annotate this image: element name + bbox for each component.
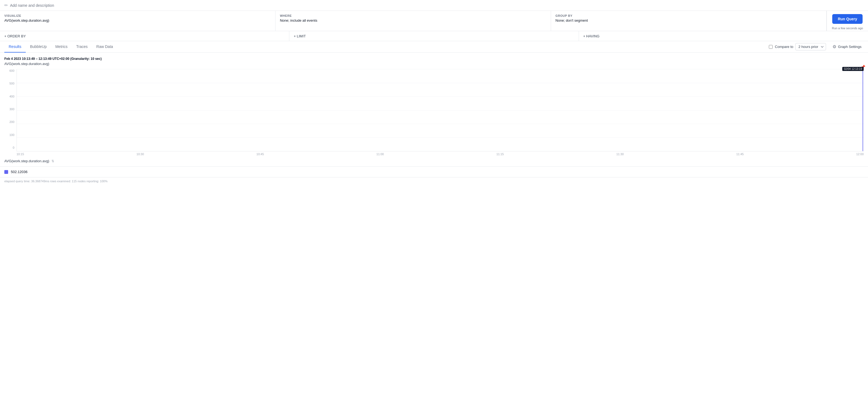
x-label-1030: 10:30 — [136, 153, 144, 156]
grid-line-200 — [17, 124, 864, 124]
data-rows: 502.12036 — [0, 166, 868, 178]
sort-icon[interactable]: ⇅ — [52, 159, 54, 163]
tab-results[interactable]: Results — [4, 41, 26, 53]
y-label-500: 500 — [9, 82, 14, 85]
having-option: + HAVING — [579, 31, 868, 41]
tabs-controls: Compare to 2 hours prior 1 hour prior 1 … — [769, 42, 864, 51]
spike-line — [863, 69, 863, 151]
group-by-label: GROUP BY — [555, 14, 822, 17]
x-axis-labels: 10:15 10:30 10:45 11:00 11:15 11:30 11:4… — [17, 151, 864, 156]
tabs-bar: Results BubbleUp Metrics Traces Raw Data… — [0, 41, 868, 53]
graph-settings-button[interactable]: ⚙ Graph Settings — [830, 42, 864, 51]
tab-traces[interactable]: Traces — [72, 41, 92, 53]
x-label-1130: 11:30 — [616, 153, 624, 156]
tab-bubbleup[interactable]: BubbleUp — [26, 41, 51, 53]
query-options: + ORDER BY + LIMIT + HAVING — [0, 31, 868, 41]
spike-tooltip: 02/04 12:13:19 — [842, 67, 864, 71]
edit-icon: ✏ — [4, 3, 8, 8]
limit-link[interactable]: + LIMIT — [294, 34, 306, 38]
chart-container: Feb 4 2023 10:13:49 – 12:13:49 UTC+02:00… — [0, 53, 868, 156]
x-label-1115: 11:15 — [496, 153, 504, 156]
x-label-1100: 11:00 — [376, 153, 384, 156]
where-value[interactable]: None; include all events — [280, 19, 547, 23]
x-label-1045: 10:45 — [256, 153, 264, 156]
data-color-swatch — [4, 170, 8, 174]
query-builder: VISUALIZE AVG(work.step.duration.avg) WH… — [0, 11, 868, 31]
y-label-300: 300 — [9, 107, 14, 111]
more-options-button[interactable]: ⋯ — [832, 14, 841, 22]
group-by-section: GROUP BY None; don't segment — [551, 11, 827, 31]
where-section: WHERE None; include all events — [276, 11, 551, 31]
grid-line-600 — [17, 69, 864, 69]
data-row: 502.12036 — [4, 169, 864, 175]
tabs-list: Results BubbleUp Metrics Traces Raw Data — [4, 41, 769, 52]
group-by-value[interactable]: None; don't segment — [555, 19, 822, 23]
compare-to-select[interactable]: 2 hours prior 1 hour prior 1 day prior 1… — [796, 43, 826, 51]
graph-settings-label: Graph Settings — [838, 45, 862, 49]
run-query-time: Run a few seconds ago — [832, 27, 863, 30]
y-label-200: 200 — [9, 120, 14, 124]
chart-date-range: Feb 4 2023 10:13:49 – 12:13:49 UTC+02:00… — [4, 57, 864, 61]
grid-line-500 — [17, 83, 864, 83]
y-label-400: 400 — [9, 95, 14, 98]
order-by-option: + ORDER BY — [0, 31, 289, 41]
grid-line-400 — [17, 96, 864, 97]
footer-bar: elapsed query time: 36.368749ms rows exa… — [0, 178, 868, 185]
add-name-label[interactable]: Add name and description — [10, 3, 54, 8]
grid-line-300 — [17, 110, 864, 110]
compare-to-checkbox[interactable] — [769, 45, 773, 49]
compare-to-label: Compare to — [775, 45, 793, 49]
chart-plot-wrapper: 📌 02/04 12:13:19 10:15 10:30 10:45 11:00… — [17, 69, 864, 156]
y-label-100: 100 — [9, 133, 14, 136]
chart-y-axis: 600 500 400 300 200 100 0 — [4, 69, 17, 156]
tab-metrics[interactable]: Metrics — [51, 41, 72, 53]
limit-option: + LIMIT — [289, 31, 579, 41]
top-bar: ✏ Add name and description — [0, 0, 868, 11]
legend-metric: AVG(work.step.duration.avg) — [4, 159, 49, 163]
data-value: 502.12036 — [11, 170, 27, 174]
gear-icon: ⚙ — [833, 44, 836, 49]
chart-plot[interactable]: 📌 02/04 12:13:19 — [17, 69, 864, 151]
chart-area: 600 500 400 300 200 100 0 📌 02/04 12:13:… — [4, 69, 864, 156]
x-label-1200: 12:00 — [856, 153, 864, 156]
visualize-value[interactable]: AVG(work.step.duration.avg) — [4, 19, 271, 23]
compare-to-wrapper: Compare to 2 hours prior 1 hour prior 1 … — [769, 43, 826, 51]
tab-raw-data[interactable]: Raw Data — [92, 41, 117, 53]
y-label-0: 0 — [13, 146, 14, 149]
visualize-label: VISUALIZE — [4, 14, 271, 17]
order-by-link[interactable]: + ORDER BY — [4, 34, 26, 38]
having-link[interactable]: + HAVING — [583, 34, 599, 38]
footer-text: elapsed query time: 36.368749ms rows exa… — [4, 180, 107, 183]
chart-metric-label: AVG(work.step.duration.avg) — [4, 62, 864, 66]
x-label-1015: 10:15 — [17, 153, 24, 156]
y-label-600: 600 — [9, 69, 14, 72]
visualize-section: VISUALIZE AVG(work.step.duration.avg) — [0, 11, 276, 31]
legend-bar: AVG(work.step.duration.avg) ⇅ — [0, 156, 868, 166]
where-label: WHERE — [280, 14, 547, 17]
x-label-1145: 11:45 — [736, 153, 744, 156]
